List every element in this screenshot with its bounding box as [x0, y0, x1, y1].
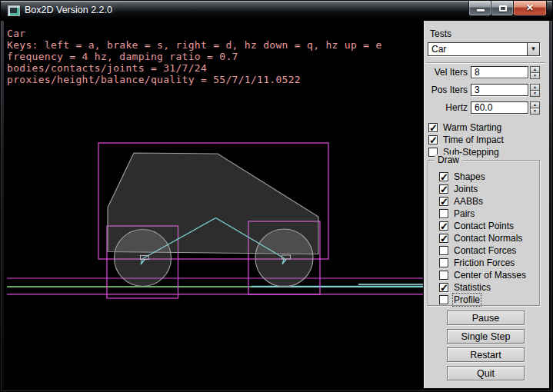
checkbox-label: Joints	[454, 184, 478, 194]
checkbox-label: AABBs	[454, 196, 483, 207]
window-body: CarKeys: left = a, brake = s, right = d,…	[4, 21, 549, 388]
debug-text-line: bodies/contacts/joints = 31/7/24	[7, 62, 382, 74]
checkbox-label: Warm Starting	[443, 122, 501, 133]
single-step-button[interactable]: Single Step	[447, 329, 525, 344]
checkbox-checked-icon[interactable]: ✓	[439, 283, 448, 292]
checkbox-warm-starting[interactable]: ✓Warm Starting	[428, 121, 548, 134]
pos-iters-stepper[interactable]: ▲▼	[530, 84, 540, 96]
checkbox-checked-icon[interactable]: ✓	[428, 135, 438, 145]
tests-dropdown[interactable]: Car ▼	[428, 42, 540, 56]
spinner-row-vel-iters: Vel Iters8▲▼	[429, 66, 546, 78]
spinner-row-hertz: Hertz60.0▲▼	[429, 101, 546, 114]
control-panel: Tests Car ▼ Vel Iters8▲▼Pos Iters3▲▼Hert…	[424, 21, 549, 388]
checkbox-unchecked-icon[interactable]	[439, 258, 448, 267]
spinner-rows: Vel Iters8▲▼Pos Iters3▲▼Hertz60.0▲▼	[429, 66, 546, 119]
separator	[426, 62, 545, 64]
spinner-up-icon[interactable]: ▲	[530, 66, 540, 73]
car-wheel-left	[115, 230, 172, 287]
spinner-up-icon[interactable]: ▲	[530, 101, 540, 108]
checkbox-label: Friction Forces	[454, 257, 515, 268]
window-controls: ✕	[469, 1, 547, 16]
tests-dropdown-value: Car	[428, 43, 527, 55]
hertz-field[interactable]: 60.0	[471, 101, 528, 114]
debug-text-line: Car	[7, 28, 382, 39]
hertz-stepper[interactable]: ▲▼	[530, 101, 540, 114]
debug-text: CarKeys: left = a, brake = s, right = d,…	[7, 28, 382, 85]
checkbox-unchecked-icon[interactable]	[439, 209, 448, 218]
quit-button[interactable]: Quit	[447, 366, 525, 380]
spinner-down-icon[interactable]: ▼	[530, 73, 540, 79]
spinner-label: Vel Iters	[429, 67, 468, 78]
checkbox-label: Shapes	[454, 171, 485, 182]
app-icon	[8, 5, 20, 16]
checkbox-label: Contact Forces	[454, 245, 516, 256]
app-window: Box2D Version 2.2.0 ✕	[0, 0, 553, 392]
debug-text-line: proxies/height/balance/quality = 55/7/1/…	[7, 74, 382, 85]
vel-iters-stepper[interactable]: ▲▼	[530, 66, 540, 78]
checkbox-friction-forces[interactable]: Friction Forces	[439, 257, 539, 269]
checkbox-label: Contact Points	[454, 221, 514, 231]
checkbox-unchecked-icon[interactable]	[439, 271, 448, 280]
checkbox-profile[interactable]: Profile	[439, 294, 539, 306]
checkbox-contact-points[interactable]: ✓Contact Points	[439, 220, 539, 232]
checkbox-label: Statistics	[454, 282, 491, 293]
window-title: Box2D Version 2.2.0	[25, 5, 112, 15]
spinner-down-icon[interactable]: ▼	[530, 108, 540, 115]
checkbox-center-of-masses[interactable]: Center of Masses	[439, 269, 539, 281]
draw-group: Draw ✓Shapes✓Joints✓AABBsPairs✓Contact P…	[428, 160, 540, 306]
checkbox-checked-icon[interactable]: ✓	[439, 184, 448, 194]
checkbox-checked-icon[interactable]: ✓	[439, 221, 448, 231]
checkbox-label: Pairs	[454, 208, 475, 219]
spinner-label: Hertz	[429, 102, 468, 113]
checkbox-unchecked-icon[interactable]	[439, 295, 448, 304]
maximize-button[interactable]	[491, 1, 514, 16]
action-buttons: PauseSingle StepRestartQuit	[447, 311, 525, 384]
tests-label: Tests	[430, 28, 451, 39]
restart-button[interactable]: Restart	[447, 347, 525, 362]
draw-checkbox-rows: ✓Shapes✓Joints✓AABBsPairs✓Contact Points…	[428, 161, 539, 306]
close-icon: ✕	[514, 2, 546, 13]
checkbox-unchecked-icon[interactable]	[439, 246, 448, 255]
debug-text-line: Keys: left = a, brake = s, right = d, hz…	[7, 39, 382, 51]
close-button[interactable]: ✕	[513, 1, 547, 16]
spinner-up-icon[interactable]: ▲	[530, 84, 540, 91]
checkbox-label: Contact Normals	[454, 233, 522, 244]
checkbox-label: Center of Masses	[454, 270, 526, 281]
checkbox-contact-forces[interactable]: Contact Forces	[439, 244, 539, 257]
chevron-down-icon[interactable]: ▼	[527, 43, 539, 55]
checkbox-checked-icon[interactable]: ✓	[439, 234, 448, 243]
checkbox-contact-normals[interactable]: ✓Contact Normals	[439, 232, 539, 244]
checkbox-checked-icon[interactable]: ✓	[439, 172, 448, 181]
spinner-down-icon[interactable]: ▼	[530, 91, 540, 97]
pos-iters-field[interactable]: 3	[471, 84, 528, 96]
checkbox-label: Profile	[454, 294, 480, 305]
minimize-icon	[477, 9, 485, 12]
debug-text-line: frequency = 4 hz, damping ratio = 0.7	[7, 51, 382, 62]
spinner-label: Pos Iters	[429, 85, 468, 95]
checkbox-checked-icon[interactable]: ✓	[428, 123, 438, 132]
checkbox-shapes[interactable]: ✓Shapes	[439, 171, 539, 183]
checkbox-aabbs[interactable]: ✓AABBs	[439, 195, 539, 208]
draw-group-label: Draw	[435, 154, 462, 165]
minimize-button[interactable]	[468, 1, 491, 16]
vel-iters-field[interactable]: 8	[471, 66, 528, 78]
checkbox-checked-icon[interactable]: ✓	[439, 197, 448, 206]
simulation-canvas[interactable]: CarKeys: left = a, brake = s, right = d,…	[4, 21, 424, 390]
checkbox-time-of-impact[interactable]: ✓Time of Impact	[428, 134, 548, 146]
checkbox-statistics[interactable]: ✓Statistics	[439, 281, 539, 294]
titlebar[interactable]: Box2D Version 2.2.0 ✕	[1, 1, 552, 21]
toggle-checkbox-rows: ✓Warm Starting✓Time of ImpactSub-Steppin…	[428, 121, 548, 158]
checkbox-joints[interactable]: ✓Joints	[439, 183, 539, 195]
pause-button[interactable]: Pause	[447, 311, 525, 325]
checkbox-pairs[interactable]: Pairs	[439, 208, 539, 220]
checkbox-label: Time of Impact	[443, 135, 504, 145]
maximize-icon	[499, 5, 507, 12]
spinner-row-pos-iters: Pos Iters3▲▼	[429, 84, 546, 96]
